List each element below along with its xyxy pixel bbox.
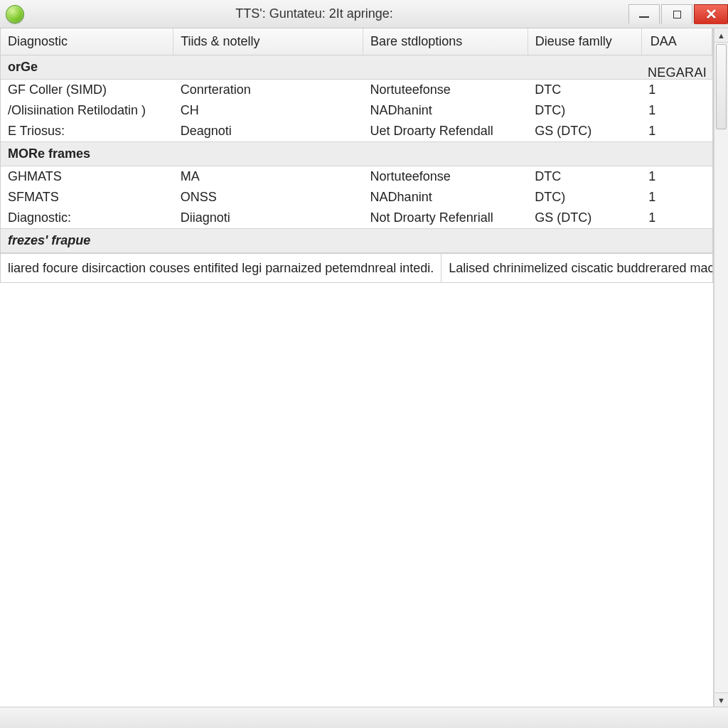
maximize-button[interactable] [661,4,692,24]
column-header-row: Diagnostic Tiids & notelly Bare stdlopti… [1,28,712,55]
right-status-label: NEGARAI [648,65,707,80]
table-cell: Diiagnoti [173,208,363,229]
table-cell: GF Coller (SIMD) [1,80,173,101]
freeze-title: frezes' frapue [1,229,712,253]
table-cell: DTC [528,166,641,188]
table-cell: Nortuteefonse [363,166,528,188]
scrollbar-thumb[interactable] [716,44,727,129]
app-icon [6,5,24,23]
table-row[interactable]: SFMATSONSSNADhanintDTC)1 [1,187,712,208]
window-title: TTS': Guntateu: 2It apringe: [0,6,628,21]
group-header[interactable]: orGe [1,55,712,80]
table-cell: 1 [641,121,712,142]
title-bar: TTS': Guntateu: 2It apringe: ✕ [0,0,728,28]
col-bare[interactable]: Bare stdloptions [363,28,528,55]
table-cell: 1 [641,208,712,229]
table-cell: DTC) [528,100,641,121]
work-area: Diagnostic Tiids & notelly Bare stdlopti… [0,28,728,707]
app-window: TTS': Guntateu: 2It apringe: ✕ Diagnosti… [0,0,728,728]
col-dieuse[interactable]: Dieuse famlly [528,28,641,55]
table-row[interactable]: GHMATSMANortuteefonseDTC1 [1,166,712,188]
table-cell: 1 [641,100,712,121]
table-cell: 1 [641,187,712,208]
table-row[interactable]: /Olisiination Retilodatin )CHNADhanintDT… [1,100,712,121]
table-cell: DTC [528,80,641,101]
table-cell: Nortuteefonse [363,80,528,101]
group-title: MORe frames [1,142,712,166]
table-cell: E Triosus: [1,121,173,142]
table-cell: CH [173,100,363,121]
scroll-down-arrow-icon[interactable]: ▼ [714,692,728,707]
scrollbar-track[interactable] [714,43,728,692]
minimize-button[interactable] [628,4,660,24]
table-cell: Deagnoti [173,121,363,142]
table-cell: DTC) [528,187,641,208]
table-cell: GS (DTC) [528,121,641,142]
content-pane: Diagnostic Tiids & notelly Bare stdlopti… [0,28,714,707]
scroll-up-arrow-icon[interactable]: ▲ [714,28,728,43]
vertical-scrollbar[interactable]: ▲ ▼ [714,28,728,707]
table-cell: Uet Droarty Refendall [363,121,528,142]
table-cell: MA [173,166,363,188]
table-cell: 1 [641,80,712,101]
table-cell: Not Droarty Refenriall [363,208,528,229]
table-row[interactable]: E Triosus:DeagnotiUet Droarty RefendallG… [1,121,712,142]
table-cell: GHMATS [1,166,173,188]
table-cell: /Olisiination Retilodatin ) [1,100,173,121]
freeze-body: liared focure disircaction couses entifi… [1,253,712,283]
group-header[interactable]: MORe frames [1,142,712,166]
diagnostic-table: Diagnostic Tiids & notelly Bare stdlopti… [1,28,712,282]
table-cell: ONSS [173,187,363,208]
status-bar [0,707,728,728]
freeze-right-text: Lalised chrinimelized ciscatic buddrerar… [441,254,712,282]
table-cell: NADhanint [363,187,528,208]
table-cell: SFMATS [1,187,173,208]
close-button[interactable]: ✕ [694,4,728,24]
table-cell: Conrteration [173,80,363,101]
table-row[interactable]: Diagnostic:DiiagnotiNot Droarty Refenria… [1,208,712,229]
table-cell: Diagnostic: [1,208,173,229]
col-diagnostic[interactable]: Diagnostic [1,28,173,55]
freeze-header[interactable]: frezes' frapue [1,229,712,253]
table-cell: NADhanint [363,100,528,121]
window-controls: ✕ [628,4,728,24]
group-title: orGe [1,55,712,80]
col-daa[interactable]: DAA [641,28,712,55]
freeze-left-text: liared focure disircaction couses entifi… [1,254,441,282]
table-row[interactable]: GF Coller (SIMD)ConrterationNortuteefons… [1,80,712,101]
table-cell: 1 [641,166,712,188]
col-tids[interactable]: Tiids & notelly [173,28,363,55]
table-cell: GS (DTC) [528,208,641,229]
